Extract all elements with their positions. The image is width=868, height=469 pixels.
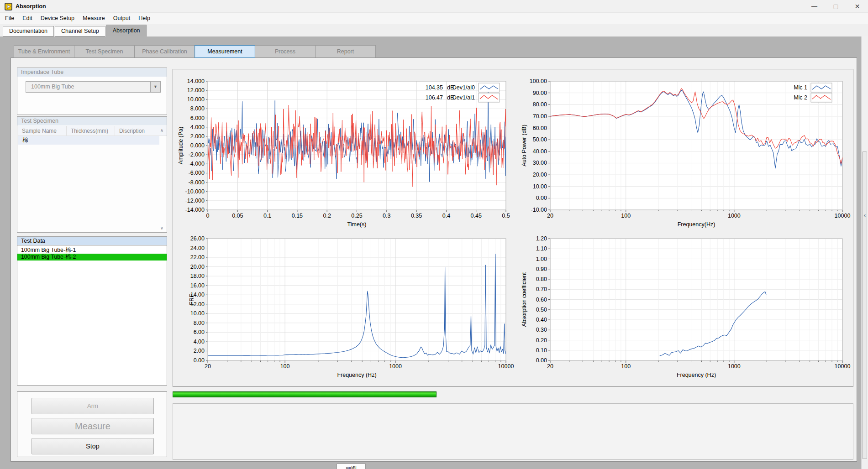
- svg-text:4.000: 4.000: [190, 124, 205, 130]
- svg-text:0.5: 0.5: [502, 213, 510, 219]
- svg-text:0.20: 0.20: [536, 337, 547, 344]
- svg-text:0.80: 0.80: [536, 276, 547, 282]
- specimen-column-header: Discription: [115, 126, 156, 135]
- svg-text:4.00: 4.00: [194, 339, 205, 345]
- x-axis-label: Frequency (Hz): [677, 372, 716, 378]
- impedance-tube-title: Impendace Tube: [17, 68, 167, 77]
- scroll-up-icon[interactable]: ∧: [160, 128, 163, 133]
- measurement-progress-bar: [173, 391, 437, 397]
- tube-select-value: 100mm Big Tube: [31, 82, 74, 92]
- frf-chart: 26.0024.0022.0020.0018.0016.0014.0012.00…: [174, 231, 514, 386]
- control-button-panel: Arm Measure Stop: [17, 391, 167, 457]
- svg-text:0.3: 0.3: [383, 213, 390, 219]
- svg-text:22.00: 22.00: [190, 254, 205, 261]
- svg-text:0.1: 0.1: [263, 213, 271, 219]
- scroll-down-icon[interactable]: ∨: [160, 225, 163, 230]
- main-tab-strip: DocumentationChannel SetupAbsorption: [0, 24, 868, 36]
- svg-text:6.00: 6.00: [194, 329, 205, 335]
- y-axis-label: FRF: [189, 294, 195, 305]
- svg-text:0.00: 0.00: [194, 357, 205, 364]
- svg-text:-14.000: -14.000: [185, 207, 205, 213]
- level-readout-value: 106.47: [426, 94, 443, 101]
- absorption-coefficient-chart: 1.201.101.000.900.800.700.600.500.400.30…: [515, 231, 862, 386]
- svg-text:26.00: 26.00: [190, 235, 205, 242]
- menu-item[interactable]: Output: [109, 13, 135, 24]
- svg-text:0.40: 0.40: [536, 317, 547, 323]
- svg-text:0.00: 0.00: [536, 357, 547, 364]
- test-specimen-title: Test Specimen: [17, 117, 167, 125]
- stop-button[interactable]: Stop: [32, 438, 154, 454]
- menu-item[interactable]: Help: [134, 13, 154, 24]
- svg-text:0: 0: [206, 213, 210, 219]
- svg-text:0.90: 0.90: [536, 266, 547, 272]
- output-panel: [173, 403, 853, 460]
- legend-label: Mic 1: [794, 84, 807, 91]
- svg-text:-10.000: -10.000: [185, 188, 205, 195]
- svg-text:0.10: 0.10: [536, 347, 547, 354]
- title-bar: Absorption — ▢ ✕: [0, 0, 868, 13]
- svg-text:20: 20: [547, 213, 553, 219]
- y-axis-label: Absorption coefficient: [521, 272, 527, 327]
- svg-text:1000: 1000: [728, 213, 741, 219]
- svg-text:0.15: 0.15: [292, 213, 303, 219]
- svg-text:10.00: 10.00: [533, 183, 547, 190]
- svg-text:24.00: 24.00: [190, 245, 205, 251]
- main-tab[interactable]: Absorption: [106, 25, 147, 37]
- legend-label: Dev1/ai1: [452, 94, 475, 101]
- y-axis-label: Auto Power (dB): [521, 125, 527, 167]
- sub-tab[interactable]: Phase Calibration: [134, 45, 195, 58]
- menu-item[interactable]: Device Setup: [37, 13, 79, 24]
- svg-text:1.20: 1.20: [536, 235, 547, 242]
- x-axis-label: Time(s): [347, 221, 367, 228]
- minimize-button[interactable]: —: [804, 0, 825, 13]
- sub-tab[interactable]: Measurement: [195, 45, 255, 58]
- vertical-scrollbar-thumb[interactable]: [862, 151, 867, 459]
- svg-text:1.00: 1.00: [536, 256, 547, 262]
- svg-text:0.00: 0.00: [536, 195, 547, 201]
- svg-text:16.00: 16.00: [190, 282, 205, 289]
- svg-text:40.00: 40.00: [533, 148, 547, 155]
- svg-text:0.30: 0.30: [536, 327, 547, 333]
- svg-text:100: 100: [621, 363, 631, 370]
- test-data-item[interactable]: 100mm Big Tube-棉-1: [17, 247, 167, 254]
- main-tab[interactable]: Documentation: [3, 26, 54, 36]
- sub-tab[interactable]: Test Specimen: [74, 45, 135, 58]
- sub-tab[interactable]: Tube & Environment: [14, 45, 74, 58]
- svg-text:10000: 10000: [835, 363, 851, 370]
- app-icon: [5, 3, 12, 10]
- dropdown-arrow-icon[interactable]: ▼: [150, 82, 160, 92]
- svg-text:20.00: 20.00: [190, 264, 205, 270]
- measure-button[interactable]: Measure: [32, 418, 154, 434]
- menu-item[interactable]: File: [1, 13, 18, 24]
- x-axis-label: Frequency(Hz): [678, 221, 715, 228]
- arm-button[interactable]: Arm: [32, 398, 154, 414]
- sub-tab[interactable]: Report: [315, 45, 376, 58]
- svg-text:20: 20: [547, 363, 553, 370]
- maximize-button: ▢: [825, 0, 847, 13]
- svg-text:0.05: 0.05: [232, 213, 243, 219]
- svg-text:100: 100: [280, 363, 290, 370]
- svg-text:50.00: 50.00: [533, 136, 547, 143]
- collapse-panel-arrow-icon[interactable]: ‹: [862, 212, 868, 219]
- svg-text:0.4: 0.4: [442, 213, 450, 219]
- menu-item[interactable]: Measure: [79, 13, 109, 24]
- tube-select-dropdown[interactable]: 100mm Big Tube ▼: [26, 81, 161, 93]
- svg-text:0.2: 0.2: [323, 213, 331, 219]
- svg-text:6.000: 6.000: [190, 115, 205, 121]
- svg-text:-4.000: -4.000: [189, 161, 205, 167]
- svg-text:30.00: 30.00: [533, 160, 547, 166]
- specimen-table-header: Sample NameThickness(mm)Discription: [18, 126, 167, 136]
- impedance-tube-group: Impendace Tube 100mm Big Tube ▼: [17, 68, 167, 115]
- svg-text:0.60: 0.60: [536, 297, 547, 303]
- svg-text:0.50: 0.50: [536, 307, 547, 313]
- svg-text:8.00: 8.00: [194, 320, 205, 326]
- bottom-hidden-tab[interactable]: 画图: [337, 464, 366, 469]
- sub-tab[interactable]: Process: [255, 45, 316, 58]
- menu-item[interactable]: Edit: [18, 13, 37, 24]
- main-tab[interactable]: Channel Setup: [55, 26, 105, 36]
- test-data-item[interactable]: 100mm Big Tube-棉-2: [17, 254, 167, 261]
- auto-power-chart: 100.0090.0080.0070.0060.0050.0040.0030.0…: [515, 70, 862, 230]
- specimen-table-row[interactable]: 棉: [18, 136, 159, 145]
- close-button[interactable]: ✕: [847, 0, 868, 13]
- svg-text:1.10: 1.10: [536, 245, 547, 252]
